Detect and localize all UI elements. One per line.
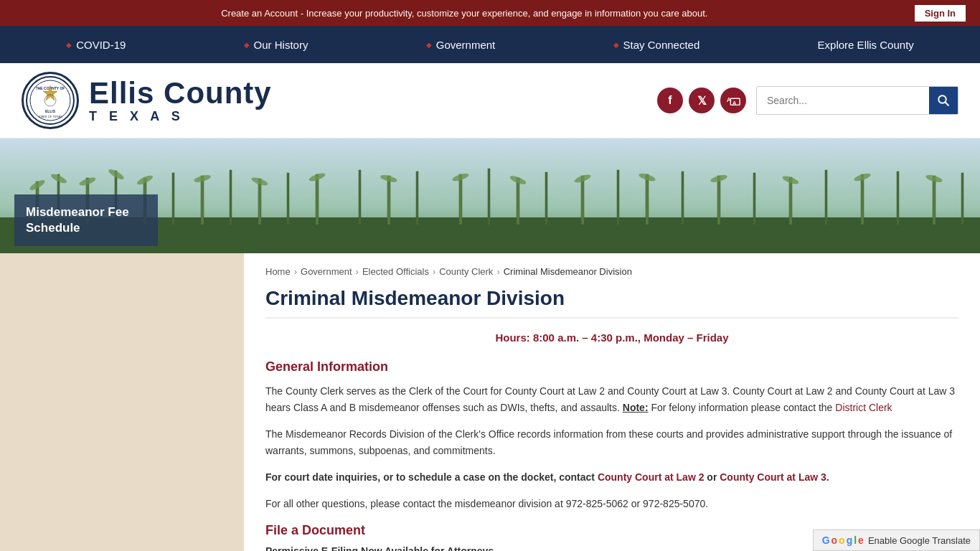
svg-rect-42 xyxy=(933,176,936,225)
contact-paragraph: For all other questions, please contact … xyxy=(265,496,958,512)
svg-rect-41 xyxy=(897,171,899,225)
svg-rect-21 xyxy=(230,170,232,225)
breadcrumb-county-clerk[interactable]: County Clerk xyxy=(439,266,493,277)
svg-rect-24 xyxy=(316,174,319,225)
page-title: Criminal Misdemeanor Division xyxy=(265,287,958,319)
google-logo: Google xyxy=(822,534,864,546)
content-wrapper: Home › Government › Elected Officials › … xyxy=(0,253,980,551)
breadcrumb-elected-officials[interactable]: Elected Officials xyxy=(362,266,429,277)
search-bar xyxy=(756,86,958,115)
logo-area: THE COUNTY OF ELLIS STATE OF TEXAS Ellis… xyxy=(22,72,272,129)
svg-rect-25 xyxy=(359,170,361,225)
court-date-paragraph: For court date inquiries, or to schedule… xyxy=(265,469,958,486)
google-translate-bar[interactable]: Google Enable Google Translate xyxy=(813,529,980,551)
svg-rect-34 xyxy=(646,174,649,225)
nav-arrow-covid: ◆ xyxy=(66,41,72,49)
county-seal: THE COUNTY OF ELLIS STATE OF TEXAS xyxy=(22,72,79,129)
breadcrumb-sep-3: › xyxy=(433,266,435,277)
svg-rect-30 xyxy=(517,178,519,225)
svg-rect-23 xyxy=(287,173,289,225)
nav-arrow-history: ◆ xyxy=(244,41,250,49)
county-seal-svg: THE COUNTY OF ELLIS STATE OF TEXAS xyxy=(25,75,75,126)
nav-item-government[interactable]: ◆ Government xyxy=(419,39,503,51)
hero-area: Misdemeanor Fee Schedule xyxy=(0,138,980,253)
top-banner: Create an Account - Increase your produc… xyxy=(0,0,980,26)
breadcrumb-government[interactable]: Government xyxy=(301,266,352,277)
svg-rect-19 xyxy=(172,173,174,225)
nav-item-explore[interactable]: Explore Ellis County xyxy=(811,39,921,51)
county-court-law-2-link[interactable]: County Court at Law 2 xyxy=(598,471,705,483)
left-sidebar xyxy=(0,253,244,551)
svg-rect-35 xyxy=(682,171,684,225)
svg-line-11 xyxy=(945,102,948,105)
svg-rect-22 xyxy=(258,179,261,225)
svg-rect-31 xyxy=(545,172,547,225)
svg-point-10 xyxy=(938,95,946,103)
svg-rect-27 xyxy=(416,171,418,225)
site-header: THE COUNTY OF ELLIS STATE OF TEXAS Ellis… xyxy=(0,63,980,138)
twitter-icon[interactable]: 𝕏 xyxy=(689,88,715,113)
nav-item-stay-connected[interactable]: ◆ Stay Connected xyxy=(606,39,707,51)
svg-rect-39 xyxy=(825,170,827,225)
svg-rect-32 xyxy=(581,176,584,225)
hero-sidebar-label: Misdemeanor Fee Schedule xyxy=(14,194,158,246)
site-title: Ellis County T E X A S xyxy=(89,77,272,124)
svg-rect-33 xyxy=(617,170,619,225)
search-input[interactable] xyxy=(757,89,929,112)
main-content: Home › Government › Elected Officials › … xyxy=(244,253,980,551)
breadcrumb-sep-2: › xyxy=(356,266,359,277)
general-info-heading: General Information xyxy=(265,359,958,375)
nav-arrow-government: ◆ xyxy=(426,41,432,49)
translate-icon[interactable]: A A xyxy=(720,88,746,113)
breadcrumb-sep-4: › xyxy=(496,266,499,277)
body-paragraph-2: The Misdemeanor Records Division of the … xyxy=(265,426,958,459)
breadcrumb: Home › Government › Elected Officials › … xyxy=(265,266,958,277)
svg-rect-28 xyxy=(459,174,462,225)
svg-text:STATE OF TEXAS: STATE OF TEXAS xyxy=(38,115,62,118)
facebook-icon[interactable]: f xyxy=(657,88,683,113)
county-court-law-3-link[interactable]: County Court at Law 3 xyxy=(720,471,826,483)
site-sub: T E X A S xyxy=(89,110,272,124)
svg-rect-37 xyxy=(753,173,755,225)
google-translate-label: Enable Google Translate xyxy=(868,535,971,546)
breadcrumb-sep-1: › xyxy=(294,266,297,277)
svg-rect-36 xyxy=(717,176,720,225)
nav-arrow-stay-connected: ◆ xyxy=(613,41,619,49)
social-icons: f 𝕏 A A xyxy=(657,88,746,113)
sign-in-button[interactable]: Sign In xyxy=(915,5,966,22)
breadcrumb-home[interactable]: Home xyxy=(265,266,291,277)
note-label: Note: xyxy=(623,402,649,413)
site-name: Ellis County xyxy=(89,77,272,110)
main-navigation: ◆ COVID-19 ◆ Our History ◆ Government ◆ … xyxy=(0,26,980,63)
district-clerk-link[interactable]: District Clerk xyxy=(835,402,892,413)
search-button[interactable] xyxy=(929,87,958,114)
svg-rect-29 xyxy=(488,169,490,225)
svg-rect-43 xyxy=(961,173,963,225)
header-right: f 𝕏 A A xyxy=(657,86,958,115)
svg-rect-26 xyxy=(387,176,390,225)
banner-text: Create an Account - Increase your produc… xyxy=(14,8,915,19)
hours-text: Hours: 8:00 a.m. – 4:30 p.m., Monday – F… xyxy=(265,331,958,344)
svg-rect-40 xyxy=(861,174,864,225)
nav-item-history[interactable]: ◆ Our History xyxy=(237,39,316,51)
body-paragraph-1: The County Clerk serves as the Clerk of … xyxy=(265,383,958,416)
svg-rect-38 xyxy=(789,177,792,225)
breadcrumb-current: Criminal Misdemeanor Division xyxy=(504,266,632,277)
svg-rect-20 xyxy=(201,176,204,225)
nav-item-covid[interactable]: ◆ COVID-19 xyxy=(59,39,133,51)
svg-text:ELLIS: ELLIS xyxy=(45,109,56,113)
